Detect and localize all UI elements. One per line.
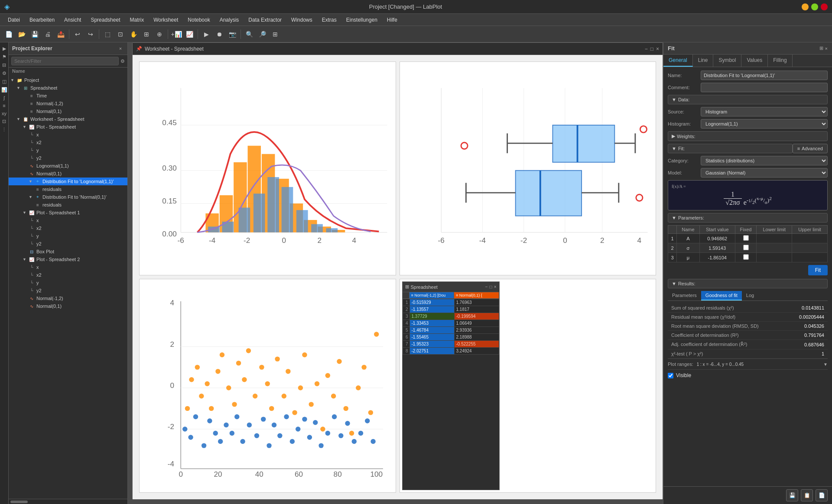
param-fixed-checkbox[interactable] [743, 254, 749, 260]
tree-item-y6[interactable]: └ y2 [9, 287, 127, 294]
tree-item-x5[interactable]: └ x [9, 263, 127, 271]
right-panel-detach-btn[interactable]: ⊞ [819, 45, 823, 51]
menu-spreadsheet[interactable]: Spreadsheet [86, 15, 124, 25]
new-button[interactable]: 📄 [3, 28, 15, 40]
param-fixed-checkbox[interactable] [743, 235, 749, 241]
tree-item-time[interactable]: ≡ Time [9, 92, 127, 100]
tree-item-worksheet[interactable]: ▼ 📋 Worksheet - Spreadsheet [9, 115, 127, 123]
icon-more[interactable]: ⋮ [2, 127, 6, 132]
export-button[interactable]: 📤 [55, 28, 67, 40]
param-fixed[interactable] [735, 243, 757, 253]
advanced-button[interactable]: ≡ Advanced [793, 144, 828, 153]
menu-windows[interactable]: Windows [287, 15, 317, 25]
tree-item-x2[interactable]: └ x2 [9, 139, 127, 146]
model-select[interactable]: Gaussian (Normal) [701, 168, 828, 178]
tree-item-y5[interactable]: └ y [9, 279, 127, 287]
select-button[interactable]: ⬚ [101, 28, 114, 40]
icon-xy[interactable]: xy [2, 111, 6, 116]
histogram-select[interactable]: Lognormal(1,1) [701, 119, 828, 129]
sidebar-close-btn[interactable]: × [117, 45, 124, 52]
worksheet-pin-icon[interactable]: 📌 [136, 46, 142, 52]
icon-filter[interactable]: ≡ [3, 103, 5, 108]
icon-chart[interactable]: 📊 [1, 87, 7, 93]
spreadsheet-minimize-btn[interactable]: − [485, 284, 488, 289]
tab-general[interactable]: General [663, 55, 693, 67]
cell-col1[interactable]: -1.13557 [410, 306, 454, 313]
redo-button[interactable]: ↪ [84, 28, 97, 40]
record-button[interactable]: ⏺ [213, 28, 225, 40]
tree-item-y4[interactable]: └ y2 [9, 240, 127, 248]
tree-item-normal01c[interactable]: ∿ Normal(0,1) [9, 302, 127, 310]
menu-data-extractor[interactable]: Data Extractor [244, 15, 286, 25]
cell-col1[interactable]: -1.95323 [410, 341, 454, 348]
fit-view-button[interactable]: ⊞ [269, 28, 281, 40]
filter-icon[interactable]: ⚙ [120, 58, 125, 64]
fit-button[interactable]: Fit [808, 265, 828, 275]
tree-item-y[interactable]: └ y [9, 146, 127, 154]
icon-arrow[interactable]: ▶ [3, 46, 6, 52]
visible-checkbox[interactable] [668, 373, 673, 378]
icon-tools[interactable]: ⚙ [2, 71, 6, 76]
worksheet-close-btn[interactable]: × [656, 46, 659, 52]
play-button[interactable]: ▶ [200, 28, 212, 40]
cell-col2[interactable]: 1.76963 [454, 299, 499, 306]
cell-col2[interactable]: 1.1817 [454, 306, 499, 313]
cell-col1[interactable]: -1.33453 [410, 320, 454, 327]
close-button[interactable] [821, 3, 828, 10]
tree-item-y3[interactable]: └ y [9, 232, 127, 240]
minimize-button[interactable] [802, 3, 809, 10]
tree-item-x4[interactable]: └ x2 [9, 224, 127, 232]
save-button[interactable]: 💾 [29, 28, 41, 40]
worksheet-minimize-btn[interactable]: − [645, 46, 648, 52]
cell-col2[interactable]: 1.06649 [454, 320, 499, 327]
right-panel-close-btn[interactable]: × [825, 45, 828, 51]
tab-line[interactable]: Line [693, 55, 714, 67]
add-plot[interactable]: 📈 [183, 28, 195, 40]
cell-col2[interactable]: 2.93936 [454, 327, 499, 334]
param-fixed[interactable] [735, 234, 757, 243]
icon-sheet[interactable]: ⊟ [2, 62, 6, 68]
sidebar-scrollbar-thumb[interactable] [10, 501, 28, 503]
search-input[interactable] [11, 57, 119, 65]
worksheet-maximize-btn[interactable]: □ [650, 46, 653, 52]
cell-col1[interactable]: 1.37729 [410, 313, 454, 320]
print-button[interactable]: 🖨 [42, 28, 54, 40]
open-button[interactable]: 📂 [16, 28, 28, 40]
tree-item-lognormal[interactable]: ∿ Lognormal(1,1) [9, 162, 127, 170]
menu-einstellungen[interactable]: Einstellungen [342, 15, 382, 25]
results-tab-params[interactable]: Parameters [668, 291, 701, 300]
weights-section-header[interactable]: ▶ Weights: [668, 131, 828, 141]
copy-btn[interactable]: 📋 [801, 489, 813, 501]
export-pdf-btn[interactable]: 📄 [816, 489, 828, 501]
zoom-out-button[interactable]: 🔎 [256, 28, 268, 40]
cell-col2[interactable]: -0.522255 [454, 341, 499, 348]
icon-explore[interactable]: ⚑ [2, 54, 6, 60]
cell-col1[interactable]: -0.515929 [410, 299, 454, 306]
tree-item-residuals2[interactable]: ≡ residuals [9, 201, 127, 209]
maximize-button[interactable] [811, 3, 818, 10]
pan-button[interactable]: ✋ [127, 28, 140, 40]
cell-col2[interactable]: 3.24924 [454, 348, 499, 355]
tab-symbol[interactable]: Symbol [713, 55, 741, 67]
menu-analysis[interactable]: Analysis [215, 15, 244, 25]
cell-col1[interactable]: -2.02751 [410, 348, 454, 355]
screenshot-button[interactable]: 📷 [226, 28, 238, 40]
tree-item-project[interactable]: ▼ 📁 Project [9, 76, 127, 84]
sidebar-scrollbar[interactable] [9, 499, 127, 504]
tree-item-y2[interactable]: └ y2 [9, 154, 127, 162]
menu-extras[interactable]: Extras [318, 15, 341, 25]
undo-button[interactable]: ↩ [72, 28, 84, 40]
save-to-file-btn[interactable]: 💾 [786, 489, 798, 501]
tree-item-dist-fit-normal[interactable]: ▼ ⌖ Distribution Fit to 'Normal(0,1)' [9, 193, 127, 201]
zoom-in-button[interactable]: 🔍 [243, 28, 255, 40]
icon-data[interactable]: ◫ [2, 79, 6, 84]
tree-item-dist-fit-lognormal[interactable]: ▼ ⌖ Distribution Fit to 'Lognormal(1,1)' [9, 178, 127, 185]
category-select[interactable]: Statistics (distributions) [701, 156, 828, 165]
parameters-section-header[interactable]: ▼ Parameters: [668, 213, 828, 223]
plot-ranges-dropdown-btn[interactable]: ▼ [823, 362, 828, 367]
tree-item-normal12[interactable]: ≡ Normal(-1,2) [9, 100, 127, 107]
param-fixed[interactable] [735, 253, 757, 262]
results-section-header[interactable]: ▼ Results: [668, 279, 828, 288]
tree-item-spreadsheet[interactable]: ▼ ⊞ Spreadsheet [9, 84, 127, 92]
name-input[interactable] [701, 71, 828, 80]
